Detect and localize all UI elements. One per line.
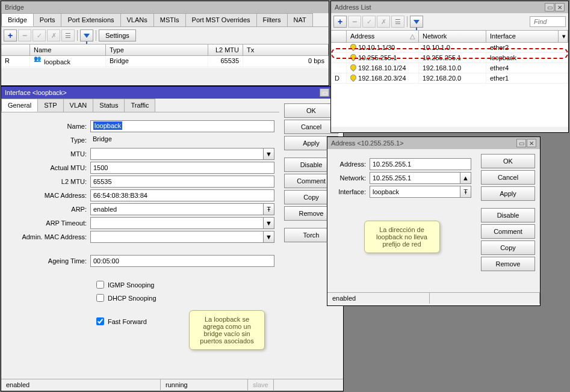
remove-button[interactable]: −: [18, 29, 31, 41]
disable-button[interactable]: ✗: [47, 29, 60, 41]
pin-icon: [349, 53, 358, 61]
col-network[interactable]: Network: [419, 31, 486, 42]
col-type[interactable]: Type: [106, 44, 208, 55]
tab-stp[interactable]: STP: [37, 99, 63, 112]
column-menu-icon[interactable]: ▾: [559, 31, 568, 42]
address-input[interactable]: [370, 158, 471, 170]
remove-button[interactable]: Remove: [481, 257, 535, 271]
tab-mstis[interactable]: MSTIs: [153, 13, 186, 26]
find-input[interactable]: [530, 16, 566, 27]
row-l2mtu: 65535: [208, 56, 243, 67]
tab-status[interactable]: Status: [93, 99, 125, 112]
tab-port-mst-overrides[interactable]: Port MST Overrides: [185, 13, 257, 26]
close-icon[interactable]: ✕: [555, 3, 565, 11]
interface-titlebar: Interface <loopback> ▭ ✕: [1, 87, 343, 99]
add-button[interactable]: +: [333, 16, 347, 28]
minimize-icon[interactable]: ▭: [545, 3, 554, 11]
row-flag: R: [1, 56, 30, 67]
comment-button[interactable]: ☰: [391, 16, 404, 28]
col-address[interactable]: Address△: [347, 31, 419, 42]
address-grid-header: Address△ Network Interface ▾: [331, 31, 568, 43]
enable-button[interactable]: ✓: [33, 29, 46, 41]
tab-vlan[interactable]: VLAN: [63, 99, 94, 112]
pin-icon: [349, 73, 358, 82]
sort-asc-icon: △: [410, 32, 415, 40]
status-running: running: [161, 379, 248, 390]
bridge-toolbar: + − ✓ ✗ ☰ Settings: [1, 27, 329, 44]
mtu-input[interactable]: [90, 148, 264, 160]
status-enabled: enabled: [1, 379, 161, 390]
filter-button[interactable]: [410, 16, 423, 28]
tab-vlans[interactable]: VLANs: [120, 13, 154, 26]
status-slave: slave: [248, 379, 274, 390]
table-row[interactable]: D 192.168.20.3/24 192.168.20.0 ether1: [331, 73, 568, 84]
dhcp-checkbox[interactable]: [96, 294, 104, 302]
address-label: Address:: [332, 161, 370, 168]
ok-button[interactable]: OK: [481, 154, 535, 168]
cancel-button[interactable]: Cancel: [481, 170, 535, 185]
fast-checkbox[interactable]: [96, 317, 104, 325]
mac-input[interactable]: [90, 189, 274, 201]
status-enabled: enabled: [327, 293, 430, 304]
bridge-grid-body: R loopback Bridge 65535 0 bps: [1, 56, 329, 68]
dropdown-arrow-icon[interactable]: ▼: [264, 217, 274, 229]
interface-window: Interface <loopback> ▭ ✕ General STP VLA…: [1, 86, 344, 391]
tab-nat[interactable]: NAT: [287, 13, 313, 26]
igmp-label: IGMP Snooping: [108, 281, 154, 289]
tab-bridge[interactable]: Bridge: [1, 13, 34, 26]
up-arrow-icon[interactable]: ▲: [460, 172, 471, 184]
disable-button[interactable]: ✗: [377, 16, 390, 28]
dropdown-arrow-icon[interactable]: ▼: [264, 231, 274, 243]
tab-traffic[interactable]: Traffic: [124, 99, 155, 112]
bridge-icon: [34, 57, 42, 64]
ageing-input[interactable]: [90, 255, 274, 267]
interface-label: Interface:: [332, 188, 370, 195]
tab-port-extensions[interactable]: Port Extensions: [61, 13, 120, 26]
col-name[interactable]: Name: [30, 44, 106, 55]
igmp-checkbox[interactable]: [96, 281, 104, 289]
l2mtu-input[interactable]: [90, 176, 274, 188]
table-row[interactable]: R loopback Bridge 65535 0 bps: [1, 56, 329, 67]
enable-button[interactable]: ✓: [362, 16, 376, 28]
minimize-icon[interactable]: ▭: [320, 88, 329, 97]
ageing-label: Ageing Time:: [6, 257, 90, 265]
tab-filters[interactable]: Filters: [256, 13, 288, 26]
network-input[interactable]: [370, 172, 460, 184]
remove-button[interactable]: −: [348, 16, 361, 28]
apply-button[interactable]: Apply: [481, 186, 535, 201]
dropdown-arrow-icon[interactable]: Ŧ: [460, 186, 471, 198]
actual-mtu-input[interactable]: [90, 162, 274, 174]
pin-icon: [349, 63, 358, 72]
type-value: Bridge: [90, 134, 274, 146]
admin-mac-input[interactable]: [90, 231, 264, 243]
address-list-toolbar: + − ✓ ✗ ☰: [331, 13, 568, 31]
copy-button[interactable]: Copy: [481, 240, 535, 255]
fast-label: Fast Forward: [108, 318, 147, 325]
address-edit-window: Address <10.255.255.1> ▭ ✕ Address: Netw…: [327, 136, 541, 306]
dropdown-arrow-icon[interactable]: ▼: [264, 148, 274, 160]
tooltip-address-prefix: La dirección de loopback no lleva prefij…: [364, 221, 440, 253]
interface-tabs: General STP VLAN Status Traffic: [1, 99, 279, 112]
tab-general[interactable]: General: [1, 99, 38, 112]
minimize-icon[interactable]: ▭: [516, 139, 526, 147]
disable-button[interactable]: Disable: [481, 208, 535, 222]
arp-timeout-input[interactable]: [90, 217, 264, 229]
col-l2mtu[interactable]: L2 MTU: [208, 44, 243, 55]
table-row[interactable]: 10.255.255.1 10.255.255.1 loopback: [331, 53, 568, 63]
filter-button[interactable]: [80, 29, 93, 41]
address-button-column: OK Cancel Apply Disable Comment Copy Rem…: [476, 149, 540, 292]
arp-input[interactable]: [90, 203, 264, 215]
tab-ports[interactable]: Ports: [33, 13, 62, 26]
name-input[interactable]: loopback: [90, 120, 274, 132]
add-button[interactable]: +: [4, 29, 17, 41]
close-icon[interactable]: ✕: [527, 139, 536, 147]
interface-input[interactable]: [370, 186, 460, 198]
dropdown-arrow-icon[interactable]: Ŧ: [264, 203, 274, 215]
col-interface[interactable]: Interface: [486, 31, 559, 42]
comment-button[interactable]: Comment: [481, 224, 535, 239]
settings-button[interactable]: Settings: [99, 29, 136, 41]
table-row[interactable]: 192.168.10.1/24 192.168.10.0 ether4: [331, 63, 568, 73]
comment-button[interactable]: ☰: [61, 29, 75, 41]
col-tx[interactable]: Tx: [243, 44, 329, 55]
table-row[interactable]: 10.10.1.1/30 10.10.1.0 ether2: [331, 43, 568, 53]
